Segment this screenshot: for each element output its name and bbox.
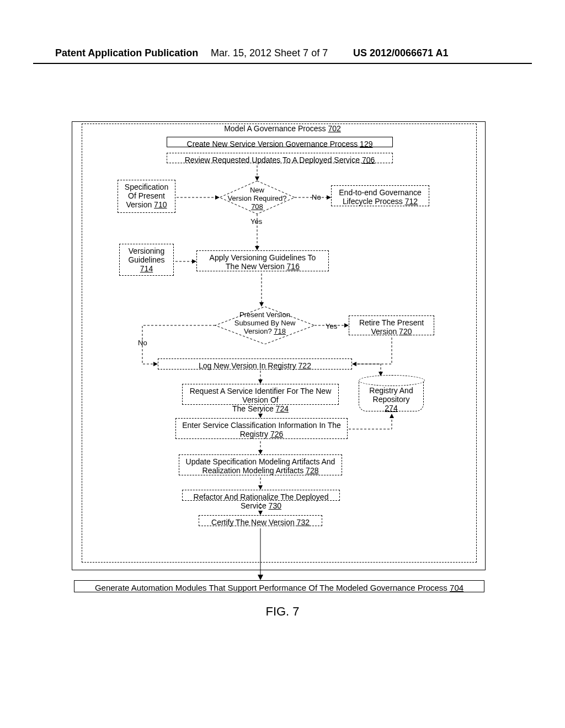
svg-marker-29 <box>258 511 263 515</box>
svg-marker-20 <box>379 372 383 376</box>
svg-marker-11 <box>192 259 196 264</box>
svg-marker-27 <box>258 485 263 490</box>
svg-marker-19 <box>258 379 263 384</box>
patent-page: Patent Application Publication Mar. 15, … <box>0 0 565 728</box>
svg-marker-25 <box>258 450 263 454</box>
arrows-layer <box>0 0 565 728</box>
svg-marker-15 <box>344 323 349 328</box>
svg-marker-5 <box>215 195 220 200</box>
svg-marker-21 <box>390 414 394 418</box>
generate-automation-modules-box: Generate Automation Modules That Support… <box>74 580 484 592</box>
svg-marker-16 <box>153 362 158 366</box>
svg-marker-9 <box>255 246 259 250</box>
svg-marker-23 <box>258 414 263 418</box>
figure-label: FIG. 7 <box>0 604 565 619</box>
svg-marker-31 <box>258 575 263 580</box>
svg-marker-7 <box>327 195 331 200</box>
svg-marker-13 <box>259 302 264 307</box>
svg-marker-3 <box>255 176 259 181</box>
